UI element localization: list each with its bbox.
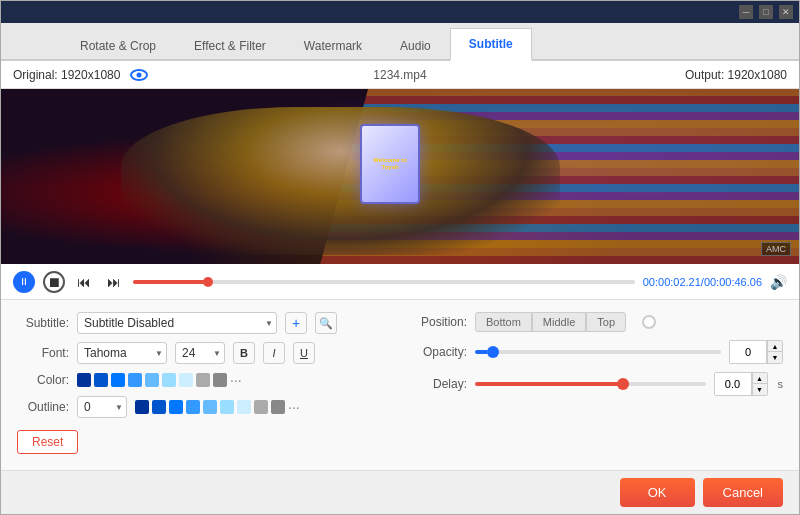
filename-display: 1234.mp4: [207, 68, 594, 82]
size-select-wrapper: 24 ▼: [175, 342, 225, 364]
tab-bar: Rotate & Crop Effect & Filter Watermark …: [1, 23, 799, 61]
font-label: Font:: [17, 346, 69, 360]
info-bar: Original: 1920x1080 1234.mp4 Output: 192…: [1, 61, 799, 89]
underline-button[interactable]: U: [293, 342, 315, 364]
search-subtitle-button[interactable]: 🔍: [315, 312, 337, 334]
reset-button[interactable]: Reset: [17, 430, 78, 454]
ok-button[interactable]: OK: [620, 478, 695, 507]
minimize-button[interactable]: ─: [739, 5, 753, 19]
opacity-row: Opacity: 0 ▲ ▼: [415, 340, 783, 364]
delay-unit: s: [778, 378, 784, 390]
font-select[interactable]: Tahoma: [77, 342, 167, 364]
outline-swatch-9[interactable]: [271, 400, 285, 414]
outline-swatch-7[interactable]: [237, 400, 251, 414]
stop-button[interactable]: ⏹: [43, 271, 65, 293]
subtitle-label: Subtitle:: [17, 316, 69, 330]
progress-bar[interactable]: [133, 280, 635, 284]
opacity-label: Opacity:: [415, 345, 467, 359]
outline-swatch-8[interactable]: [254, 400, 268, 414]
cancel-button[interactable]: Cancel: [703, 478, 783, 507]
tab-effect-filter[interactable]: Effect & Filter: [175, 30, 285, 61]
delay-slider[interactable]: [475, 382, 706, 386]
color-swatch-6[interactable]: [162, 373, 176, 387]
opacity-decrement-button[interactable]: ▼: [767, 352, 782, 363]
prev-button[interactable]: ⏮: [73, 271, 95, 293]
color-swatch-4[interactable]: [128, 373, 142, 387]
color-swatches: ···: [77, 372, 242, 388]
color-swatch-7[interactable]: [179, 373, 193, 387]
outline-select[interactable]: 0: [77, 396, 127, 418]
add-subtitle-button[interactable]: +: [285, 312, 307, 334]
title-bar-controls: ─ □ ✕: [739, 5, 793, 19]
outline-swatch-1[interactable]: [135, 400, 149, 414]
tab-subtitle[interactable]: Subtitle: [450, 28, 532, 61]
video-content: Welcome toToysh AMC: [1, 89, 799, 264]
position-row: Position: Bottom Middle Top: [415, 312, 783, 332]
bottom-bar: OK Cancel: [1, 470, 799, 514]
size-select[interactable]: 24: [175, 342, 225, 364]
close-button[interactable]: ✕: [779, 5, 793, 19]
delay-increment-button[interactable]: ▲: [752, 373, 767, 384]
video-preview: Welcome toToysh AMC: [1, 89, 799, 264]
tablet-text: Welcome toToysh: [373, 157, 407, 171]
left-column: Subtitle: Subtitle Disabled Add Subtitle…: [17, 312, 385, 458]
color-swatch-2[interactable]: [94, 373, 108, 387]
outline-swatch-3[interactable]: [169, 400, 183, 414]
tab-watermark[interactable]: Watermark: [285, 30, 381, 61]
volume-icon[interactable]: 🔊: [770, 274, 787, 290]
output-resolution: Output: 1920x1080: [594, 68, 788, 82]
subtitle-row: Subtitle: Subtitle Disabled Add Subtitle…: [17, 312, 385, 334]
position-middle-button[interactable]: Middle: [532, 312, 586, 332]
eye-icon[interactable]: [130, 69, 148, 81]
player-controls: ⏸ ⏹ ⏮ ⏭ 00:00:02.21/00:00:46.06 🔊: [1, 264, 799, 300]
tablet-prop: Welcome toToysh: [360, 124, 420, 204]
tab-audio[interactable]: Audio: [381, 30, 450, 61]
play-pause-button[interactable]: ⏸: [13, 271, 35, 293]
delay-input[interactable]: 0.0: [715, 373, 751, 395]
color-more-button[interactable]: ···: [230, 372, 242, 388]
progress-thumb: [203, 277, 213, 287]
amc-watermark: AMC: [761, 242, 791, 256]
delay-label: Delay:: [415, 377, 467, 391]
outline-swatches: ···: [135, 399, 300, 415]
subtitle-select-wrapper: Subtitle Disabled Add Subtitle ▼: [77, 312, 277, 334]
delay-decrement-button[interactable]: ▼: [752, 384, 767, 395]
opacity-slider[interactable]: [475, 350, 721, 354]
outline-row: Outline: 0 ▼ ···: [17, 396, 385, 418]
color-swatch-3[interactable]: [111, 373, 125, 387]
position-indicator: [642, 315, 656, 329]
color-swatch-5[interactable]: [145, 373, 159, 387]
outline-swatch-6[interactable]: [220, 400, 234, 414]
opacity-increment-button[interactable]: ▲: [767, 341, 782, 352]
time-display: 00:00:02.21/00:00:46.06: [643, 276, 762, 288]
outline-more-button[interactable]: ···: [288, 399, 300, 415]
delay-row: Delay: 0.0 ▲ ▼ s: [415, 372, 783, 396]
outline-label: Outline:: [17, 400, 69, 414]
color-label: Color:: [17, 373, 69, 387]
progress-fill: [133, 280, 208, 284]
next-button[interactable]: ⏭: [103, 271, 125, 293]
outline-select-wrapper: 0 ▼: [77, 396, 127, 418]
font-select-wrapper: Tahoma ▼: [77, 342, 167, 364]
settings-panel: Subtitle: Subtitle Disabled Add Subtitle…: [1, 300, 799, 470]
maximize-button[interactable]: □: [759, 5, 773, 19]
subtitle-select[interactable]: Subtitle Disabled Add Subtitle: [77, 312, 277, 334]
outline-swatch-2[interactable]: [152, 400, 166, 414]
delay-spinbox: 0.0 ▲ ▼: [714, 372, 768, 396]
opacity-input[interactable]: 0: [730, 341, 766, 363]
color-swatch-8[interactable]: [196, 373, 210, 387]
position-bottom-button[interactable]: Bottom: [475, 312, 532, 332]
opacity-spinbox: 0 ▲ ▼: [729, 340, 783, 364]
person-silhouette: [121, 107, 560, 256]
outline-swatch-4[interactable]: [186, 400, 200, 414]
title-bar: ─ □ ✕: [1, 1, 799, 23]
outline-swatch-5[interactable]: [203, 400, 217, 414]
position-top-button[interactable]: Top: [586, 312, 626, 332]
position-label: Position:: [415, 315, 467, 329]
color-swatch-1[interactable]: [77, 373, 91, 387]
tab-rotate-crop[interactable]: Rotate & Crop: [61, 30, 175, 61]
original-resolution: Original: 1920x1080: [13, 68, 207, 82]
bold-button[interactable]: B: [233, 342, 255, 364]
italic-button[interactable]: I: [263, 342, 285, 364]
color-swatch-9[interactable]: [213, 373, 227, 387]
